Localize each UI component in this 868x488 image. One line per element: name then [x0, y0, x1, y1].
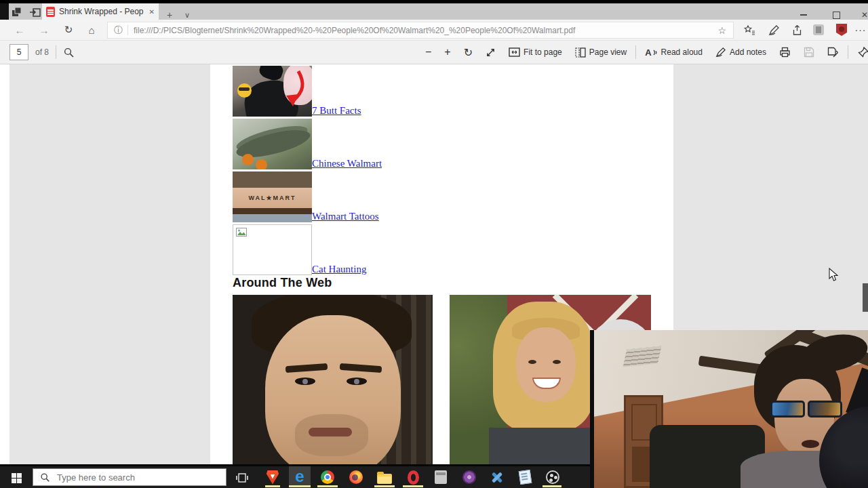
- hub-button[interactable]: [739, 20, 760, 40]
- url-text: file:///D:/PICS/Blogternet/Shrink%20Wrap…: [134, 26, 711, 35]
- page-view-button[interactable]: Page view: [571, 43, 631, 62]
- obs-icon[interactable]: [544, 468, 561, 486]
- page-view-icon: [575, 47, 586, 58]
- photo-art: [528, 360, 536, 364]
- toolbar-divider: [56, 45, 56, 59]
- running-indicator: [542, 485, 561, 487]
- extension-icon[interactable]: [808, 20, 829, 40]
- save-as-button[interactable]: [823, 43, 843, 62]
- nerd-emoji-overlay: [237, 83, 252, 98]
- photo-art: [516, 327, 576, 402]
- fullscreen-button[interactable]: [481, 43, 500, 62]
- adblock-shield-button[interactable]: [831, 20, 852, 40]
- thumbnail-chinese-walmart[interactable]: [233, 119, 312, 169]
- notes-app-icon[interactable]: [516, 468, 534, 486]
- screen: Shrink Wrapped - Peop ✕ + ∨ ✕ ← → ↻ ⌂ ⓘ …: [0, 0, 868, 488]
- opera-ring: [408, 470, 419, 485]
- brave-icon[interactable]: [264, 468, 281, 486]
- save-button[interactable]: [800, 43, 818, 62]
- taskbar-search[interactable]: [33, 468, 226, 486]
- tor-browser-icon[interactable]: [460, 468, 478, 486]
- search-input[interactable]: [56, 472, 208, 483]
- save-floppy-icon: [804, 47, 814, 58]
- more-options-button[interactable]: ···: [850, 20, 868, 40]
- glasses-right-lens: [808, 401, 842, 418]
- favorite-star-button[interactable]: ☆: [717, 25, 726, 36]
- restore-icon: [833, 12, 840, 19]
- chrome-logo: [321, 470, 334, 484]
- zoom-in-button[interactable]: +: [440, 43, 454, 62]
- active-tab[interactable]: Shrink Wrapped - Peop ✕: [42, 3, 159, 20]
- minimize-icon: [800, 14, 807, 16]
- pdf-toolbar-left: 5 of 8: [9, 41, 75, 64]
- obs-logo: [546, 470, 559, 484]
- running-indicator: [265, 485, 280, 487]
- article-link[interactable]: Chinese Walmart: [312, 158, 382, 169]
- tor-rings: [462, 470, 476, 484]
- task-view-button[interactable]: [233, 470, 251, 485]
- forward-button[interactable]: →: [35, 20, 53, 40]
- tab-with-arrow-icon: [29, 7, 41, 18]
- share-icon: [791, 24, 803, 36]
- fit-to-page-button[interactable]: Fit to page: [505, 43, 566, 62]
- web-note-button[interactable]: [764, 20, 784, 40]
- article-link[interactable]: Walmart Tattoos: [312, 211, 379, 222]
- article-link[interactable]: 7 Butt Facts: [312, 105, 361, 117]
- back-button[interactable]: ←: [11, 20, 28, 40]
- site-info-icon[interactable]: ⓘ: [114, 24, 123, 37]
- set-tabs-aside-button[interactable]: [11, 6, 23, 18]
- edge-icon[interactable]: e: [289, 466, 311, 486]
- home-button[interactable]: ⌂: [83, 20, 100, 40]
- stacked-tabs-icon: [12, 7, 22, 18]
- edge-e-logo: e: [295, 469, 304, 484]
- photo-art: [553, 360, 561, 364]
- print-button[interactable]: [775, 43, 795, 62]
- pin-toolbar-button[interactable]: [853, 43, 868, 62]
- add-notes-label: Add notes: [730, 47, 766, 57]
- system-tools-icon[interactable]: [488, 468, 506, 486]
- wrench-glyph: [490, 470, 504, 484]
- photo-man-face[interactable]: [233, 295, 433, 464]
- article-link[interactable]: Cat Haunting: [312, 264, 366, 275]
- page-number-input[interactable]: 5: [9, 44, 28, 60]
- running-indicator: [289, 485, 311, 487]
- share-button[interactable]: [787, 20, 807, 40]
- scanner-glyph: [435, 470, 447, 484]
- window-corner: [0, 3, 9, 20]
- diagonal-expand-icon: [486, 47, 496, 58]
- url-divider: [127, 25, 128, 35]
- pdf-toolbar-right: − + ↻ Fit to page Page view A Read aloud…: [421, 41, 868, 64]
- scanner-app-icon[interactable]: [432, 468, 450, 486]
- find-on-page-icon[interactable]: [63, 47, 75, 58]
- page-view-label: Page view: [589, 47, 627, 57]
- add-notes-button[interactable]: Add notes: [711, 43, 770, 62]
- rotate-button[interactable]: ↻: [460, 43, 477, 62]
- add-notes-pen-icon: [715, 47, 726, 58]
- url-bar[interactable]: ⓘ file:///D:/PICS/Blogternet/Shrink%20Wr…: [107, 22, 734, 39]
- running-indicator: [403, 485, 423, 487]
- thumb-art: [233, 171, 312, 188]
- scrollbar-thumb[interactable]: [863, 283, 868, 312]
- fit-to-page-label: Fit to page: [524, 47, 562, 57]
- chrome-icon[interactable]: [319, 468, 336, 486]
- webcam-overlay: [590, 330, 868, 488]
- thumbnail-walmart-tattoos[interactable]: WAL★MART: [233, 171, 312, 222]
- firefox-icon[interactable]: [347, 468, 365, 486]
- photo-art: [309, 428, 352, 436]
- file-explorer-icon[interactable]: [376, 468, 393, 486]
- tab-close-button[interactable]: ✕: [149, 8, 155, 16]
- tabs-set-aside-button[interactable]: [28, 6, 41, 18]
- task-view-icon: [236, 473, 248, 483]
- mouse-cursor: [829, 268, 839, 282]
- opera-icon[interactable]: [404, 468, 422, 486]
- glasses-left-lens: [770, 401, 805, 418]
- refresh-button[interactable]: ↻: [60, 20, 77, 40]
- thumbnail-butt-facts[interactable]: [233, 66, 312, 117]
- read-aloud-button[interactable]: A Read aloud: [641, 43, 707, 62]
- thumb-art: [256, 159, 267, 169]
- zoom-out-button[interactable]: −: [421, 43, 435, 62]
- extension-badge: [813, 24, 824, 35]
- toolbar-divider: [848, 45, 848, 59]
- thumbnail-cat-haunting-broken[interactable]: [233, 224, 312, 275]
- start-button[interactable]: [7, 470, 26, 485]
